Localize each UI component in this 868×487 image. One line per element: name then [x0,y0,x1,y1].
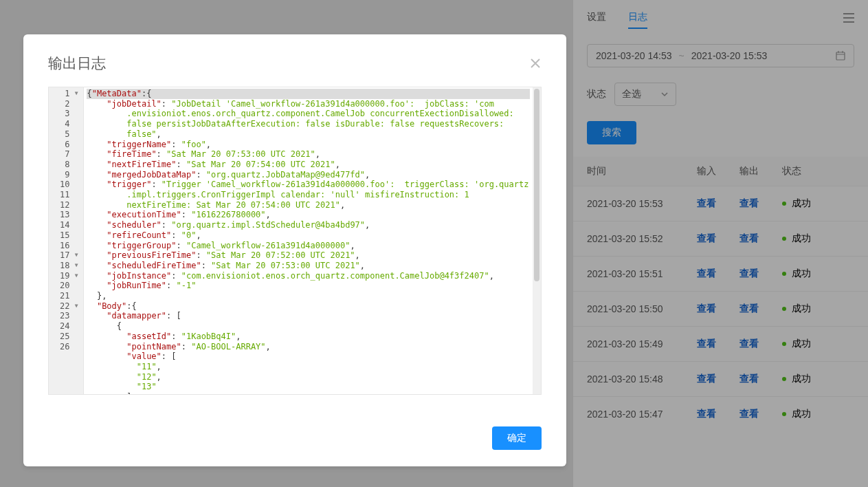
output-log-modal: 输出日志 1▼234567891011121314151617▼18▼19▼20… [23,34,566,466]
fold-toggle-icon[interactable]: ▼ [72,250,78,261]
modal-overlay[interactable]: 输出日志 1▼234567891011121314151617▼18▼19▼20… [0,0,868,487]
editor-scrollbar[interactable] [533,87,541,394]
editor-content[interactable]: {"MetaData":{ "jobDetail": "JobDetail 'C… [84,87,533,394]
modal-title: 输出日志 [48,54,106,73]
editor-gutter: 1▼234567891011121314151617▼18▼19▼202122▼… [49,87,84,394]
code-editor[interactable]: 1▼234567891011121314151617▼18▼19▼202122▼… [48,87,542,395]
fold-toggle-icon[interactable]: ▼ [72,89,78,99]
confirm-button[interactable]: 确定 [492,426,542,450]
fold-toggle-icon[interactable]: ▼ [72,301,78,312]
close-icon[interactable] [529,57,542,69]
fold-toggle-icon[interactable]: ▼ [72,271,78,281]
scrollbar-thumb[interactable] [534,89,539,281]
fold-toggle-icon[interactable]: ▼ [72,261,78,271]
